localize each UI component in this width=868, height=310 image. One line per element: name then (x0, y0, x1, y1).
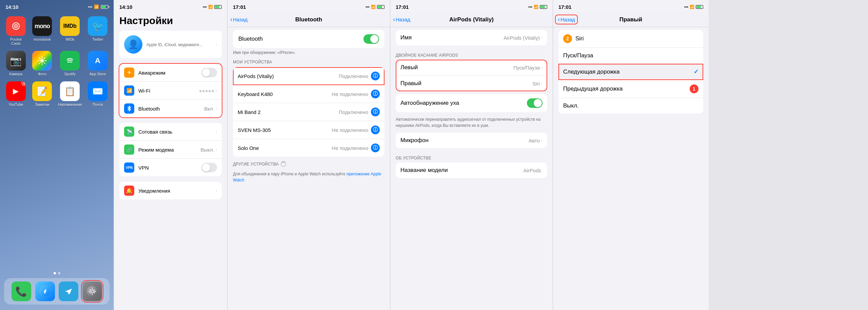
camera-label: Камера (9, 72, 22, 76)
app-monobank[interactable]: mono monobank (32, 16, 53, 45)
airpods-wifi-icon: 📶 (534, 5, 538, 9)
right-status-bar: 17:01 ▪▪▪ 📶 (553, 0, 709, 12)
bt-other-header: ДРУГИЕ УСТРОЙСТВА (233, 162, 279, 167)
right-nav-title: Правый (619, 16, 642, 23)
wifi-value: ●●●●● (199, 88, 214, 94)
settings-airplane-row[interactable]: ✈ Авиарежим (119, 64, 222, 82)
settings-group-notifications: 🔔 Уведомления › (119, 182, 222, 199)
app-camera[interactable]: 📷 Камера (5, 51, 26, 76)
dock-safari[interactable] (35, 282, 55, 301)
svg-rect-24 (92, 293, 93, 295)
bt-device-solo[interactable]: Solo One Не подключено ⓘ (233, 139, 384, 157)
settings-vpn-row[interactable]: VPN VPN (119, 159, 222, 176)
wifi-chevron: › (216, 88, 217, 93)
app-photos[interactable]: Фото (32, 51, 53, 76)
bt-watch-text: Для объединения в пару iPhone и Apple Wa… (228, 168, 390, 186)
bt-back-button[interactable]: ‹ Назад (230, 16, 248, 23)
settings-group-network: 📡 Сотовая связь › 🔗 Режим модема Выкл. ›… (119, 123, 222, 176)
photos-icon (32, 51, 52, 71)
hotspot-chevron: › (216, 147, 217, 152)
app-notes[interactable]: 📝 Заметки (32, 81, 53, 106)
wifi-icon: 📶 (94, 4, 99, 9)
youtube-badge: 4 (21, 81, 26, 86)
airpods-name-row[interactable]: Имя AirPods (Vitaliy) › (396, 30, 547, 45)
right-back-button[interactable]: ‹ Назад (556, 15, 577, 24)
apple-id-left: 👤 Apple ID, iCloud, медиамате... (124, 35, 202, 54)
app-twitter[interactable]: 🐦 Twitter (87, 16, 108, 45)
dock-telegram[interactable] (59, 282, 78, 301)
airpods-left-label: Левый (400, 64, 513, 71)
right-nav-bar: ‹ Назад Правый (553, 12, 709, 27)
svg-rect-25 (88, 291, 90, 292)
settings-cellular-row[interactable]: 📡 Сотовая связь › (119, 123, 222, 141)
bt-airpods-info[interactable]: ⓘ (371, 72, 380, 80)
app-reminders[interactable]: 📋 Напоминания (58, 81, 82, 106)
bt-device-airpods[interactable]: AirPods (Vitaliy) Подключено ⓘ (233, 67, 384, 85)
right-wifi-icon: 📶 (690, 5, 694, 9)
app-appstore[interactable]: A App Store (87, 51, 108, 76)
airpods-nav-title: AirPods (Vitaliy) (449, 16, 494, 23)
right-option-off[interactable]: Выкл. (558, 98, 703, 114)
right-option-play-pause[interactable]: Пуск/Пауза (558, 48, 703, 64)
settings-apple-id-row[interactable]: 👤 Apple ID, iCloud, медиамате... › (119, 31, 222, 58)
svg-rect-23 (92, 288, 93, 289)
bt-device-keyboard[interactable]: Keyboard K480 Не подключено ⓘ (233, 85, 384, 103)
settings-hotspot-row[interactable]: 🔗 Режим модема Выкл. › (119, 141, 222, 159)
bt-solo-info[interactable]: ⓘ (371, 143, 380, 152)
bt-status-icons: ▪▪▪ 📶 (366, 5, 384, 9)
bt-keyboard-info[interactable]: ⓘ (371, 90, 380, 98)
app-spotify[interactable]: Spotify (58, 51, 82, 76)
airpods-auto-ear-toggle[interactable] (527, 98, 542, 108)
dock-settings[interactable] (82, 282, 102, 301)
airpods-back-button[interactable]: ‹ Назад (393, 16, 410, 23)
wifi-settings-icon: 📶 (124, 85, 134, 96)
app-youtube[interactable]: ▶ 4 YouTube (5, 81, 26, 106)
bt-main-row: Bluetooth (233, 30, 384, 48)
page-dots (54, 272, 60, 274)
right-options-group: 2 Siri Пуск/Пауза Следующая дорожка ✓ Пр… (558, 30, 703, 114)
settings-notifications-row[interactable]: 🔔 Уведомления › (119, 182, 222, 199)
settings-wifi-row[interactable]: 📶 Wi-Fi ●●●●● › (119, 82, 222, 100)
airplane-icon: ✈ (124, 67, 134, 78)
bt-sven-status: Не подключено (332, 127, 368, 133)
app-pocket-casts[interactable]: Pocket Casts (5, 16, 26, 45)
mail-label: Почта (93, 102, 103, 106)
bt-miband-info[interactable]: ⓘ (371, 108, 380, 116)
svg-text:A: A (95, 56, 100, 65)
svg-point-3 (15, 25, 17, 27)
bt-watch-desc: Для объединения в пару iPhone и Apple Wa… (233, 172, 347, 176)
right-battery-icon (696, 5, 703, 9)
cellular-label: Сотовая связь (138, 129, 216, 135)
app-mail[interactable]: ✉️ Почта (87, 81, 108, 106)
right-option-next-track[interactable]: Следующая дорожка ✓ (558, 64, 703, 80)
bt-device-sven[interactable]: SVEN MS-305 Не подключено ⓘ (233, 121, 384, 139)
vpn-toggle[interactable] (201, 163, 217, 172)
bt-signal-icon: ▪▪▪ (366, 5, 370, 9)
bt-airpods-status: Подключено (339, 73, 368, 79)
bt-toggle[interactable] (363, 34, 379, 44)
app-imdb[interactable]: IMDb IMDb (58, 16, 82, 45)
svg-rect-10 (39, 62, 41, 64)
bt-sven-info[interactable]: ⓘ (371, 125, 380, 134)
appstore-icon: A (88, 51, 107, 71)
airpods-right-label: Правый (400, 80, 532, 87)
airpods-left-row[interactable]: Левый Пуск/Пауза › (396, 60, 547, 76)
notifications-label: Уведомления (138, 188, 216, 194)
airpods-right-row[interactable]: Правый Siri › (396, 76, 547, 91)
airplane-toggle[interactable] (201, 68, 217, 77)
airpods-status-time: 17:01 (396, 4, 409, 10)
airpods-auto-ear-row[interactable]: Автообнаружение уха (396, 94, 547, 112)
right-option-prev-track[interactable]: Предыдущая дорожка 1 (558, 80, 703, 98)
airpods-auto-ear-group: Автообнаружение уха (396, 94, 547, 112)
dock-phone[interactable]: 📞 (12, 282, 31, 301)
page-dot-2 (58, 272, 60, 274)
apple-id-chevron: › (216, 42, 217, 47)
right-option-siri[interactable]: 2 Siri (558, 30, 703, 48)
airpods-auto-ear-label: Автообнаружение уха (400, 100, 527, 106)
bt-main-label: Bluetooth (238, 36, 363, 42)
hotspot-value: Выкл. (201, 147, 214, 153)
airpods-mic-row[interactable]: Микрофон Авто › (396, 133, 547, 148)
settings-bluetooth-row[interactable]: Bluetooth Вкл. › (119, 100, 222, 117)
signal-icon: ▪▪▪ (88, 4, 92, 9)
bt-device-miband[interactable]: Mi Band 2 Подключено ⓘ (233, 103, 384, 121)
